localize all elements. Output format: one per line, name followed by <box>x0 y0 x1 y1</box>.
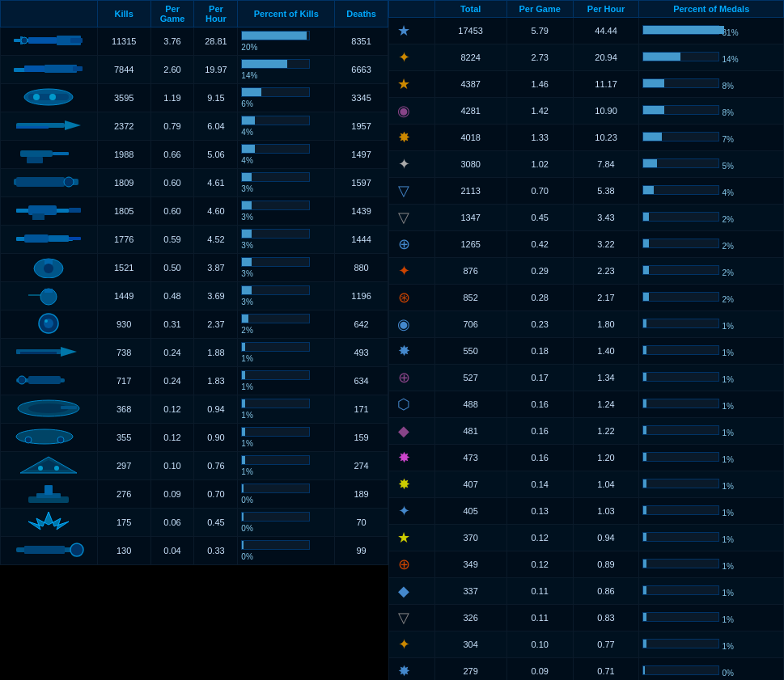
svg-point-50 <box>25 437 32 443</box>
per-game-value: 0.10 <box>506 631 573 658</box>
kills-value: 368 <box>97 395 150 424</box>
per-hour-value: 0.70 <box>194 480 238 509</box>
per-game-value: 0.12 <box>506 525 573 551</box>
per-game-value: 0.45 <box>506 205 573 231</box>
total-value: 876 <box>434 258 506 285</box>
medal-icon: ✦ <box>389 631 435 658</box>
bar-container <box>642 319 719 328</box>
table-row: ⊕ 1265 0.42 3.22 2% <box>389 231 784 258</box>
pct-bar-cell: 3% <box>238 254 335 282</box>
svg-point-39 <box>44 319 48 323</box>
per-hour-value: 4.52 <box>194 226 238 254</box>
per-hour-value: 6.04 <box>194 112 238 141</box>
bar-container <box>642 185 719 195</box>
bar-fill <box>643 186 654 194</box>
per-game-value: 0.50 <box>150 254 194 282</box>
bar-container <box>642 665 719 675</box>
bar-fill <box>643 373 646 381</box>
kills-table: Kills Per Game Per Hour Percent of Kills… <box>0 0 388 565</box>
per-game-value: 0.24 <box>150 367 194 395</box>
per-hour-value: 7.84 <box>573 151 639 178</box>
svg-rect-28 <box>24 234 49 243</box>
total-value: 4387 <box>434 71 506 98</box>
bar-fill <box>242 230 252 238</box>
pct-label: 1% <box>723 562 734 571</box>
per-hour-value: 1.20 <box>573 445 639 471</box>
per-game-value: 0.06 <box>150 509 194 537</box>
per-hour-value: 2.37 <box>194 310 238 339</box>
pct-bar-cell: 0% <box>238 509 335 537</box>
pct-bar-cell: 1% <box>639 551 784 578</box>
per-game-value: 0.04 <box>150 537 194 565</box>
pct-label: 2% <box>241 326 331 335</box>
bar-container <box>642 105 719 115</box>
weapon-icon <box>1 169 98 197</box>
per-game-value: 0.13 <box>506 498 573 525</box>
deaths-value: 159 <box>335 424 388 452</box>
svg-point-45 <box>18 376 26 384</box>
deaths-value: 8351 <box>335 27 388 56</box>
bar-fill <box>242 173 252 181</box>
pct-label: 1% <box>241 382 331 391</box>
per-game-value: 1.02 <box>506 151 573 178</box>
header-icon <box>1 1 98 27</box>
total-value: 4281 <box>434 98 506 125</box>
bar-container <box>241 370 310 380</box>
svg-point-22 <box>64 177 74 187</box>
header-total: Total <box>434 1 506 18</box>
per-game-value: 0.09 <box>506 658 573 681</box>
pct-bar-cell: 1% <box>639 525 784 551</box>
kills-value: 1809 <box>97 169 150 197</box>
pct-bar-cell: 1% <box>238 452 335 480</box>
per-hour-value: 1.88 <box>194 339 238 367</box>
pct-bar-cell: 7% <box>639 125 784 151</box>
pct-bar-cell: 0% <box>238 480 335 509</box>
bar-container <box>642 479 719 488</box>
medal-icon: ✸ <box>389 471 435 498</box>
medal-icon: ◆ <box>389 578 435 605</box>
svg-rect-17 <box>20 150 53 157</box>
per-hour-value: 28.81 <box>194 27 238 56</box>
table-row: ⊕ 349 0.12 0.89 1% <box>389 551 784 578</box>
table-row: ★ 17453 5.79 44.44 31% <box>389 18 784 44</box>
table-row: 1449 0.48 3.69 3% 1196 <box>1 282 388 310</box>
svg-rect-19 <box>53 152 69 155</box>
bar-container <box>642 265 719 275</box>
medal-icon: ◆ <box>389 418 435 445</box>
svg-point-54 <box>38 466 43 471</box>
medal-icon: ✸ <box>389 445 435 471</box>
svg-rect-8 <box>24 65 44 72</box>
table-row: 175 0.06 0.45 0% 70 <box>1 509 388 537</box>
bar-fill <box>643 213 648 221</box>
medal-icon: ✦ <box>389 151 435 178</box>
svg-rect-21 <box>16 177 65 187</box>
bar-fill <box>643 586 646 594</box>
medal-icon: ▽ <box>389 178 435 205</box>
kills-panel: Kills Per Game Per Hour Percent of Kills… <box>0 0 388 680</box>
kills-value: 1449 <box>97 282 150 310</box>
pct-bar-cell: 8% <box>639 98 784 125</box>
total-value: 405 <box>434 498 506 525</box>
bar-container <box>642 52 719 61</box>
medal-icon: ✦ <box>389 44 435 71</box>
per-hour-value: 2.23 <box>573 258 639 285</box>
table-row: 1521 0.50 3.87 3% 880 <box>1 254 388 282</box>
pct-label: 4% <box>723 188 734 197</box>
kills-value: 1521 <box>97 254 150 282</box>
table-row: ★ 4387 1.46 11.17 8% <box>389 71 784 98</box>
medal-icon: ⬡ <box>389 391 435 418</box>
bar-fill <box>242 88 261 96</box>
table-row: 276 0.09 0.70 0% 189 <box>1 480 388 509</box>
svg-point-49 <box>16 429 73 444</box>
bar-container <box>241 342 310 352</box>
pct-label: 1% <box>723 348 734 357</box>
pct-label: 3% <box>241 241 331 250</box>
bar-fill <box>242 315 248 323</box>
per-hour-value: 1.24 <box>573 391 639 418</box>
per-game-value: 0.09 <box>150 480 194 509</box>
total-value: 8224 <box>434 44 506 71</box>
pct-label: 1% <box>723 615 734 624</box>
bar-fill <box>242 60 287 68</box>
pct-label: 1% <box>723 535 734 544</box>
table-row: ✸ 473 0.16 1.20 1% <box>389 445 784 471</box>
